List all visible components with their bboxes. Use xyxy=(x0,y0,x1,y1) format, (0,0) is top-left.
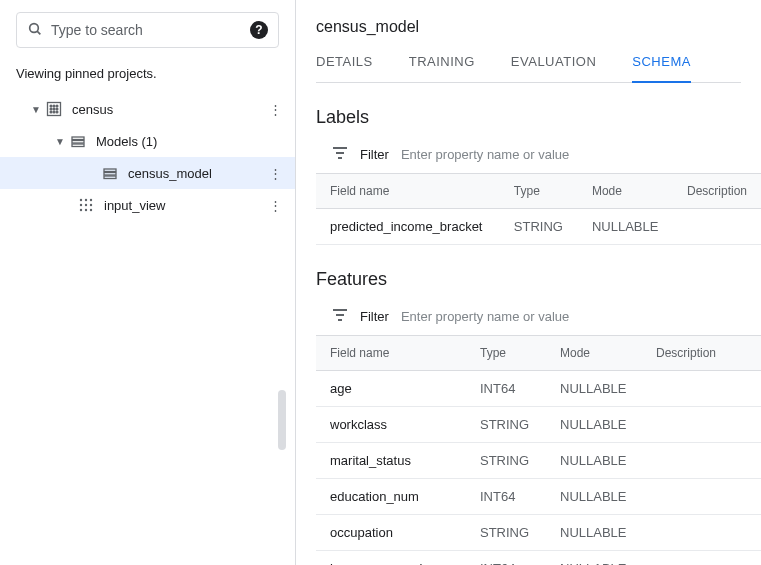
cell-field: occupation xyxy=(316,515,466,551)
cell-type: STRING xyxy=(466,515,546,551)
tabs: DETAILS TRAINING EVALUATION SCHEMA xyxy=(316,54,741,83)
svg-point-24 xyxy=(80,209,82,211)
cell-type: STRING xyxy=(500,209,578,245)
cell-type: INT64 xyxy=(466,551,546,566)
kebab-menu-icon[interactable]: ⋮ xyxy=(263,161,287,185)
cell-field: marital_status xyxy=(316,443,466,479)
svg-point-20 xyxy=(90,199,92,201)
model-icon xyxy=(100,165,120,181)
dataset-icon xyxy=(44,101,64,117)
cell-mode: NULLABLE xyxy=(546,407,642,443)
cell-field: age xyxy=(316,371,466,407)
cell-field: education_num xyxy=(316,479,466,515)
cell-mode: NULLABLE xyxy=(546,551,642,566)
labels-filter: Filter xyxy=(316,142,761,173)
filter-label: Filter xyxy=(360,147,389,162)
cell-mode: NULLABLE xyxy=(546,443,642,479)
col-mode: Mode xyxy=(578,174,673,209)
tree-label: input_view xyxy=(104,198,263,213)
features-filter: Filter xyxy=(316,304,761,335)
table-row[interactable]: workclassSTRINGNULLABLE xyxy=(316,407,761,443)
cell-field: hours_per_week xyxy=(316,551,466,566)
scrollbar[interactable] xyxy=(278,390,286,450)
col-field: Field name xyxy=(316,336,466,371)
svg-point-23 xyxy=(90,204,92,206)
svg-point-21 xyxy=(80,204,82,206)
schema-content: Labels Filter Field name Type Mode Descr… xyxy=(296,83,761,565)
labels-filter-input[interactable] xyxy=(401,147,761,162)
svg-point-11 xyxy=(56,111,58,113)
svg-rect-15 xyxy=(104,169,116,172)
cell-type: INT64 xyxy=(466,371,546,407)
svg-line-1 xyxy=(37,31,40,34)
col-mode: Mode xyxy=(546,336,642,371)
cell-type: STRING xyxy=(466,443,546,479)
chevron-down-icon[interactable]: ▼ xyxy=(28,104,44,115)
kebab-menu-icon[interactable]: ⋮ xyxy=(263,97,287,121)
labels-table: Field name Type Mode Description predict… xyxy=(316,173,761,245)
cell-mode: NULLABLE xyxy=(546,515,642,551)
help-icon[interactable]: ? xyxy=(250,21,268,39)
cell-description xyxy=(673,209,761,245)
table-row[interactable]: hours_per_weekINT64NULLABLE xyxy=(316,551,761,566)
svg-point-7 xyxy=(53,108,55,110)
col-field: Field name xyxy=(316,174,500,209)
svg-point-19 xyxy=(85,199,87,201)
cell-description xyxy=(642,443,761,479)
table-row[interactable]: ageINT64NULLABLE xyxy=(316,371,761,407)
svg-point-3 xyxy=(50,105,52,107)
page-title: census_model xyxy=(316,18,741,36)
svg-point-8 xyxy=(56,108,58,110)
features-table: Field name Type Mode Description ageINT6… xyxy=(316,335,761,565)
svg-point-10 xyxy=(53,111,55,113)
tab-evaluation[interactable]: EVALUATION xyxy=(511,54,596,83)
tab-training[interactable]: TRAINING xyxy=(409,54,475,83)
sidebar: ? Viewing pinned projects. ▼ census ⋮ ▼ … xyxy=(0,0,296,565)
svg-point-18 xyxy=(80,199,82,201)
tree-item-census-model[interactable]: census_model ⋮ xyxy=(0,157,295,189)
tree-label: census_model xyxy=(128,166,263,181)
main-panel: census_model DETAILS TRAINING EVALUATION… xyxy=(296,0,761,565)
search-box[interactable]: ? xyxy=(16,12,279,48)
filter-icon[interactable] xyxy=(332,308,348,325)
search-input[interactable] xyxy=(51,22,250,38)
svg-rect-12 xyxy=(72,137,84,140)
svg-rect-17 xyxy=(104,176,116,179)
svg-point-0 xyxy=(30,23,39,32)
cell-description xyxy=(642,371,761,407)
features-filter-input[interactable] xyxy=(401,309,761,324)
col-description: Description xyxy=(642,336,761,371)
cell-description xyxy=(642,479,761,515)
kebab-menu-icon[interactable]: ⋮ xyxy=(263,193,287,217)
svg-point-5 xyxy=(56,105,58,107)
filter-icon[interactable] xyxy=(332,146,348,163)
tree-item-dataset-census[interactable]: ▼ census ⋮ xyxy=(0,93,295,125)
cell-mode: NULLABLE xyxy=(578,209,673,245)
cell-description xyxy=(642,407,761,443)
cell-field: workclass xyxy=(316,407,466,443)
cell-mode: NULLABLE xyxy=(546,371,642,407)
cell-type: INT64 xyxy=(466,479,546,515)
filter-label: Filter xyxy=(360,309,389,324)
table-row[interactable]: education_numINT64NULLABLE xyxy=(316,479,761,515)
labels-heading: Labels xyxy=(316,107,761,128)
svg-rect-14 xyxy=(72,144,84,147)
tab-schema[interactable]: SCHEMA xyxy=(632,54,691,83)
cell-description xyxy=(642,551,761,566)
chevron-down-icon[interactable]: ▼ xyxy=(52,136,68,147)
model-group-icon xyxy=(68,133,88,149)
table-row[interactable]: predicted_income_bracket STRING NULLABLE xyxy=(316,209,761,245)
view-icon xyxy=(76,197,96,213)
tree-item-models-folder[interactable]: ▼ Models (1) xyxy=(0,125,295,157)
cell-description xyxy=(642,515,761,551)
tree-item-input-view[interactable]: input_view ⋮ xyxy=(0,189,295,221)
svg-point-4 xyxy=(53,105,55,107)
table-row[interactable]: marital_statusSTRINGNULLABLE xyxy=(316,443,761,479)
svg-rect-13 xyxy=(72,141,84,144)
cell-mode: NULLABLE xyxy=(546,479,642,515)
tab-details[interactable]: DETAILS xyxy=(316,54,373,83)
table-row[interactable]: occupationSTRINGNULLABLE xyxy=(316,515,761,551)
svg-rect-16 xyxy=(104,173,116,176)
cell-type: STRING xyxy=(466,407,546,443)
col-type: Type xyxy=(500,174,578,209)
